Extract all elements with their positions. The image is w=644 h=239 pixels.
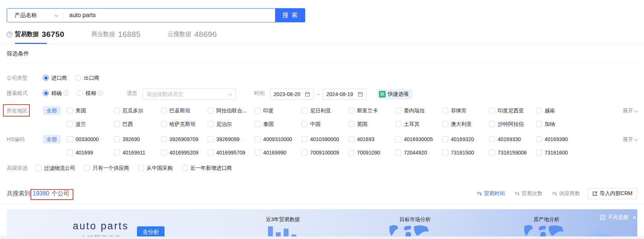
end-date-input[interactable]: 2024-08-19 [323,89,367,100]
radio-icon[interactable] [77,90,83,96]
region-checkbox-item[interactable]: 巴西 [114,120,161,128]
checkbox[interactable] [161,121,167,127]
checkbox[interactable] [442,150,448,156]
region-checkbox-item[interactable]: 厄瓜多尔 [114,106,161,115]
checkbox[interactable] [114,121,120,127]
checkbox[interactable] [395,108,401,114]
checkbox[interactable] [138,165,144,171]
checkbox[interactable] [114,150,120,156]
hs-code-checkbox-item[interactable]: 73181500 [442,148,489,157]
checkbox[interactable] [442,108,448,114]
region-checkbox-item[interactable]: 阿拉伯联合... [208,106,255,115]
checkbox[interactable] [536,136,542,142]
results-count[interactable]: 19380 [33,190,50,197]
region-checkbox-item[interactable]: 哈萨克斯坦 [161,120,208,128]
checkbox[interactable] [489,150,495,156]
advanced-checkbox-item[interactable]: 从中国采购 [138,163,173,172]
checkbox[interactable] [395,150,401,156]
checkbox[interactable] [302,150,307,156]
region-expand-link[interactable]: 展开 [623,106,637,115]
radio-importer[interactable]: 进口商 [43,73,67,82]
checkbox[interactable] [208,108,214,114]
language-select[interactable]: 请选择翻译语言 [143,89,236,100]
checkbox[interactable] [255,150,261,156]
region-checkbox-item[interactable]: 越南 [536,106,583,115]
checkbox[interactable] [67,121,73,127]
hs-code-checkbox-item[interactable]: 4016930005 [395,135,442,144]
region-checkbox-item[interactable]: 沙特阿拉伯 [489,120,536,128]
sort-trade-time[interactable]: 贸易时间 [477,190,505,197]
hs-code-checkbox-item[interactable]: 00330000 [67,135,114,144]
checkbox[interactable] [114,108,120,114]
region-checkbox-item[interactable]: 印度尼西亚 [489,106,536,115]
checkbox[interactable] [348,108,354,114]
hs-code-checkbox-item[interactable]: 73181600 [536,148,583,157]
region-checkbox-item[interactable]: 波兰 [67,120,114,128]
checkbox[interactable] [208,136,214,142]
sort-supplier-count[interactable]: 供应商数 [552,190,580,197]
checkbox[interactable] [536,121,542,127]
hs-code-checkbox-item[interactable]: 401693 [348,135,395,144]
checkbox[interactable] [67,108,73,114]
region-checkbox-item[interactable]: 中国 [302,120,348,128]
region-checkbox-item[interactable]: 斯里兰卡 [348,106,395,115]
radio-exact[interactable]: 精确 i [43,89,69,98]
checkbox[interactable] [489,121,495,127]
close-icon[interactable]: × [632,214,636,221]
checkbox[interactable] [161,136,167,142]
tab-trade-data[interactable]: ? 贸易数据 36750 [7,30,64,39]
hs-code-checkbox-item[interactable]: 39269099 [208,135,255,144]
checkbox[interactable] [208,150,214,156]
hs-code-checkbox-item[interactable]: 4016995209 [161,148,208,157]
sort-trade-count[interactable]: 贸易次数 [514,190,542,197]
checkbox[interactable] [302,121,307,127]
advanced-checkbox-item[interactable]: 过滤物流公司 [35,163,75,172]
question-circle-icon[interactable]: ? [7,32,12,37]
checkbox[interactable] [536,150,542,156]
dismiss-checkbox[interactable] [600,215,605,220]
hs-code-checkbox-item[interactable]: 70091090 [348,148,395,157]
hs-code-checkbox-item[interactable]: 4016995709 [208,148,255,157]
radio-icon[interactable] [75,75,81,81]
checkbox[interactable] [67,136,73,142]
hs-code-all-pill[interactable]: 全部 [43,135,61,144]
info-circle-icon[interactable]: i [64,90,69,96]
region-checkbox-item[interactable]: 泰国 [255,120,302,128]
checkbox[interactable] [442,121,448,127]
checkbox[interactable] [395,136,401,142]
region-checkbox-item[interactable]: 加纳 [536,120,583,128]
radio-selected-icon[interactable] [43,75,49,81]
advanced-checkbox-item[interactable]: 只有一个供应商 [84,163,129,172]
checkbox[interactable] [302,136,307,142]
checkbox[interactable] [302,108,307,114]
hs-code-checkbox-item[interactable]: 40169390 [536,135,583,144]
hs-code-checkbox-item[interactable]: 40169990 [255,148,302,157]
checkbox[interactable] [348,136,354,142]
checkbox[interactable] [35,165,41,171]
checkbox[interactable] [395,121,401,127]
hs-code-expand-link[interactable]: 展开 [623,135,637,144]
start-date-input[interactable]: 2023-08-20 [270,89,314,100]
checkbox[interactable] [255,136,261,142]
hs-code-checkbox-item[interactable]: 40169330 [489,135,536,144]
hs-code-checkbox-item[interactable]: 4009310000 [255,135,302,144]
region-checkbox-item[interactable]: 菲律宾 [442,106,489,115]
region-checkbox-item[interactable]: 美国 [67,106,114,115]
checkbox[interactable] [348,121,354,127]
search-button[interactable]: 搜 索 [275,8,305,22]
info-circle-icon[interactable]: i [98,90,103,96]
hs-code-checkbox-item[interactable]: 7009100009 [302,148,348,157]
checkbox[interactable] [114,136,120,142]
hs-code-checkbox-item[interactable]: 3926909709 [161,135,208,144]
region-checkbox-item[interactable]: 尼日利亚 [302,106,348,115]
region-checkbox-item[interactable]: 澳大利亚 [442,120,489,128]
advanced-checkbox-item[interactable]: 近一年新增进口商 [182,163,232,172]
radio-exporter[interactable]: 出口商 [75,73,99,82]
checkbox[interactable] [161,108,167,114]
hs-code-checkbox-item[interactable]: 40169320 [442,135,489,144]
tab-cloud-search-data[interactable]: 云搜数据 48696 [168,30,217,39]
checkbox[interactable] [67,150,73,156]
import-crm-button[interactable]: 导入内部CRM [587,188,637,199]
region-all-pill[interactable]: 全部 [43,106,61,115]
checkbox[interactable] [208,121,214,127]
